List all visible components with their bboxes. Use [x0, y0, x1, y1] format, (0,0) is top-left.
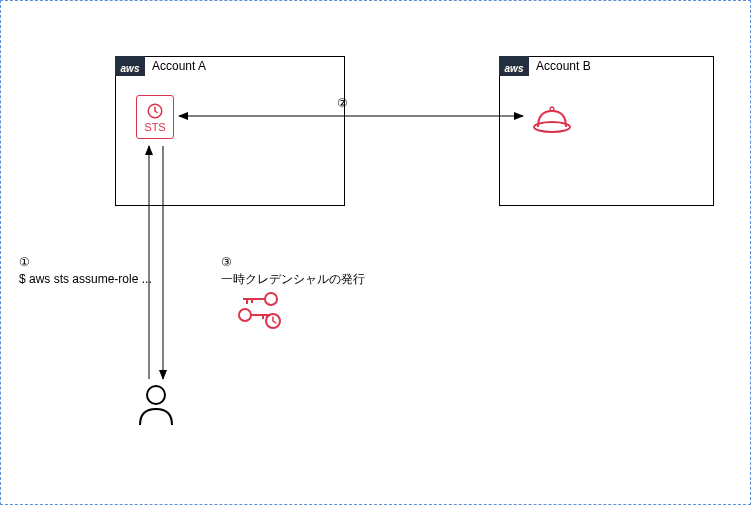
svg-point-9 [239, 309, 251, 321]
credentials-icon [233, 289, 283, 329]
account-a-box: aws Account A STS [115, 56, 345, 206]
step3-label: ③ 一時クレデンシャルの発行 [221, 254, 365, 288]
svg-point-14 [147, 386, 165, 404]
step2-label: ② [337, 95, 348, 112]
sts-label: STS [144, 121, 165, 133]
step1-label: ① $ aws sts assume-role ... [19, 254, 152, 288]
aws-logo-icon: aws [499, 56, 529, 76]
user-icon [136, 383, 176, 427]
aws-logo-icon: aws [115, 56, 145, 76]
account-b-box: aws Account B [499, 56, 714, 206]
svg-point-1 [534, 122, 570, 132]
svg-point-5 [265, 293, 277, 305]
diagram-canvas: aws Account A STS aws Account B [0, 0, 751, 505]
clock-icon [146, 102, 164, 120]
sts-service-box: STS [136, 95, 174, 139]
account-b-title: Account B [536, 59, 591, 73]
account-a-title: Account A [152, 59, 206, 73]
iam-role-icon [530, 105, 572, 137]
